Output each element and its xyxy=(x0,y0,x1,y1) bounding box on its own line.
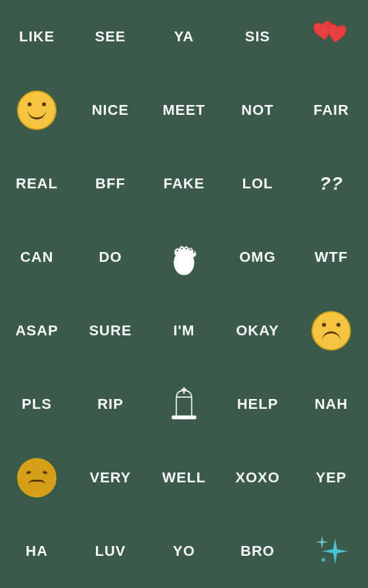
cell-label: VERY xyxy=(89,469,131,486)
cell-label: SEE xyxy=(95,28,126,45)
cell-r2-c4[interactable]: ?? xyxy=(294,147,368,220)
cell-r7-c0[interactable]: HA xyxy=(0,514,74,588)
cell-label: WTF xyxy=(315,249,348,266)
cell-r7-c1[interactable]: LUV xyxy=(74,514,147,588)
cell-label: FAIR xyxy=(313,102,349,119)
cell-r1-c1[interactable]: NICE xyxy=(74,74,147,147)
cell-label: OMG xyxy=(239,249,276,266)
cell-r5-c4[interactable]: NAH xyxy=(294,368,368,441)
sad-smiley-icon xyxy=(311,311,351,350)
cell-r6-c0[interactable] xyxy=(0,441,74,514)
cell-label: SURE xyxy=(89,322,131,339)
cell-r4-c1[interactable]: SURE xyxy=(74,294,147,368)
cell-label: RIP xyxy=(97,396,124,413)
cell-label: YA xyxy=(174,28,195,45)
cell-label: BFF xyxy=(95,175,126,192)
svg-point-10 xyxy=(193,251,195,253)
cell-r2-c3[interactable]: LOL xyxy=(221,147,294,220)
svg-point-6 xyxy=(177,250,179,252)
cell-label: SIS xyxy=(245,28,270,45)
grumpy-smiley-icon xyxy=(17,458,57,497)
happy-smiley-icon xyxy=(17,91,57,130)
question-marks-icon: ?? xyxy=(319,173,343,194)
cell-label: NAH xyxy=(315,396,348,413)
cell-label: OKAY xyxy=(236,322,279,339)
cell-r0-c2[interactable]: YA xyxy=(147,0,221,74)
cell-r7-c2[interactable]: YO xyxy=(147,514,221,588)
svg-point-9 xyxy=(190,249,192,251)
cell-r5-c1[interactable]: RIP xyxy=(74,368,147,441)
cell-label: BRO xyxy=(241,543,275,560)
cell-r1-c4[interactable]: FAIR xyxy=(294,74,368,147)
cell-label: NOT xyxy=(241,102,273,119)
cell-r1-c3[interactable]: NOT xyxy=(221,74,294,147)
cell-r2-c1[interactable]: BFF xyxy=(74,147,147,220)
cell-label: I'M xyxy=(173,322,195,339)
cell-r6-c2[interactable]: WELL xyxy=(147,441,221,514)
cell-label: HELP xyxy=(237,396,279,413)
sparkle-icon xyxy=(310,530,353,573)
cell-r6-c1[interactable]: VERY xyxy=(74,441,147,514)
cell-r2-c2[interactable]: FAKE xyxy=(147,147,221,220)
cell-r3-c2[interactable] xyxy=(147,220,221,294)
svg-marker-16 xyxy=(315,536,329,549)
svg-point-8 xyxy=(185,247,187,249)
cell-label: LOL xyxy=(242,175,273,192)
cell-label: WELL xyxy=(162,469,206,486)
cell-r4-c2[interactable]: I'M xyxy=(147,294,221,368)
cell-label: YO xyxy=(173,543,195,560)
cell-r3-c4[interactable]: WTF xyxy=(294,220,368,294)
cell-r5-c2[interactable] xyxy=(147,368,221,441)
cell-r1-c2[interactable]: MEET xyxy=(147,74,221,147)
foot-icon xyxy=(168,238,200,277)
svg-point-3 xyxy=(184,247,189,254)
cell-label: HA xyxy=(26,543,48,560)
cell-r7-c4[interactable] xyxy=(294,514,368,588)
cell-label: LIKE xyxy=(19,28,55,45)
cell-label: ASAP xyxy=(15,322,58,339)
cell-r4-c3[interactable]: OKAY xyxy=(221,294,294,368)
cell-label: LUV xyxy=(95,543,126,560)
cell-r5-c0[interactable]: PLS xyxy=(0,368,74,441)
cell-r1-c0[interactable] xyxy=(0,74,74,147)
cell-r4-c4[interactable] xyxy=(294,294,368,368)
cell-r3-c3[interactable]: OMG xyxy=(221,220,294,294)
svg-point-7 xyxy=(181,247,183,249)
cell-label: REAL xyxy=(16,175,58,192)
cell-r3-c1[interactable]: DO xyxy=(74,220,147,294)
cell-r6-c4[interactable]: YEP xyxy=(294,441,368,514)
cell-r5-c3[interactable]: HELP xyxy=(221,368,294,441)
cell-label: MEET xyxy=(162,102,205,119)
cell-label: PLS xyxy=(22,396,52,413)
cell-r0-c0[interactable]: LIKE xyxy=(0,0,74,74)
tombstone-icon xyxy=(168,385,200,424)
cell-r4-c0[interactable]: ASAP xyxy=(0,294,74,368)
cell-label: DO xyxy=(99,249,122,266)
cell-r6-c3[interactable]: XOXO xyxy=(221,441,294,514)
svg-rect-12 xyxy=(176,397,191,417)
cell-label: NICE xyxy=(92,102,129,119)
cell-r0-c4[interactable] xyxy=(294,0,368,74)
cell-label: XOXO xyxy=(235,469,280,486)
cell-label: FAKE xyxy=(164,175,205,192)
cell-r7-c3[interactable]: BRO xyxy=(221,514,294,588)
cell-label: YEP xyxy=(315,469,346,486)
cell-r0-c1[interactable]: SEE xyxy=(74,0,147,74)
cell-r3-c0[interactable]: CAN xyxy=(0,220,74,294)
cell-r0-c3[interactable]: SIS xyxy=(221,0,294,74)
cell-r2-c0[interactable]: REAL xyxy=(0,147,74,220)
hearts-icon xyxy=(311,19,351,55)
cell-label: CAN xyxy=(20,249,54,266)
svg-point-17 xyxy=(321,558,325,562)
